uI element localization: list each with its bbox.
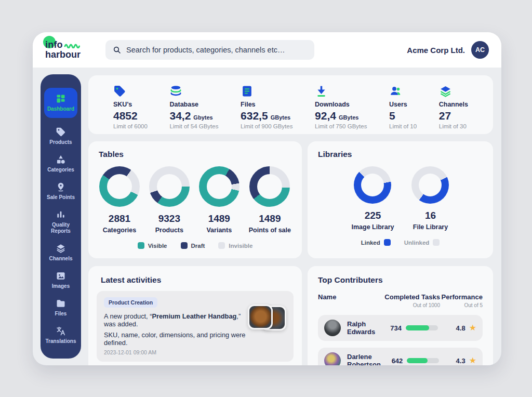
stat-limit: Limit of 750 GBytes — [315, 123, 367, 129]
legend-item-invisible: Invisible — [218, 242, 252, 249]
legend-item-draft: Draft — [181, 242, 205, 249]
activities-title: Latest activities — [97, 275, 294, 285]
sidebar-item-label: Channels — [49, 256, 72, 262]
search-icon — [113, 46, 121, 54]
file-icon — [241, 85, 254, 98]
sidebar-item-categories[interactable]: Categories — [47, 154, 74, 173]
legend-swatch — [433, 239, 440, 246]
donut-image-library: 225 Image Library — [352, 166, 394, 231]
donut-variants: 1489 Variants — [199, 166, 240, 234]
download-icon — [315, 85, 328, 98]
rating-value: 4.8 — [456, 324, 466, 332]
completed-tasks: 642 — [381, 357, 439, 365]
sidebar-item-label: Dashboard — [47, 106, 74, 112]
donut-label: Image Library — [352, 223, 394, 231]
performance: 4.3 ★ — [439, 356, 476, 365]
stat-value: 92,4 — [315, 110, 336, 122]
layers-icon — [439, 85, 452, 98]
search-input[interactable] — [126, 46, 307, 54]
stat-limit: Limit of 10 — [389, 123, 417, 129]
stat-label: Database — [169, 101, 218, 108]
tables-card: Tables 2881 Categories 9323 Products 148… — [88, 141, 302, 258]
stat-value: 5 — [389, 110, 395, 122]
tasks-progress-fill — [406, 325, 429, 330]
donut-products: 9323 Products — [149, 166, 190, 234]
stat-value: 34,2 — [169, 110, 191, 122]
logo-text-line1: info — [45, 40, 63, 50]
donut-categories: 2881 Categories — [99, 166, 140, 234]
users-icon — [389, 85, 402, 98]
sidebar-item-translations[interactable]: Translations — [46, 326, 76, 345]
usage-stats-card: SKU's 4852 Limit of 6000 Database 34,2 G… — [88, 75, 493, 134]
tag-icon — [113, 85, 126, 98]
stat-label: Channels — [439, 101, 468, 108]
donut-label: Variants — [206, 227, 232, 234]
contributor-row[interactable]: Darlene Robertson 642 4.3 ★ — [318, 348, 483, 365]
app-logo: info harbour — [45, 40, 99, 60]
contributor-row[interactable]: Ralph Edwards 734 4.8 ★ — [318, 315, 483, 341]
sidebar-item-files[interactable]: Files — [55, 298, 67, 317]
donut-file-library: 16 File Library — [411, 166, 449, 231]
sidebar-item-quality-reports[interactable]: Quality Reports — [45, 209, 77, 234]
sidebar-item-dashboard[interactable]: Dashboard — [44, 88, 77, 118]
tag-icon — [56, 127, 66, 137]
stat-label: Users — [389, 101, 417, 108]
legend-label: Draft — [191, 243, 205, 249]
user-avatar[interactable]: AC — [471, 41, 489, 59]
donut-chart — [199, 166, 240, 207]
folder-icon — [56, 298, 66, 309]
contributor-name: Ralph Edwards — [347, 320, 378, 336]
search-bar[interactable] — [105, 40, 314, 60]
stat-value: 632,5 — [241, 110, 268, 122]
activity-badge: Product Creation — [104, 297, 157, 308]
account-area[interactable]: Acme Corp Ltd. AC — [407, 41, 489, 59]
stat-files: Files 632,5 GBytes Limit of 900 GBytes — [241, 85, 292, 134]
stat-limit: Limit of 6000 — [113, 123, 148, 129]
donut-chart — [249, 166, 290, 207]
sidebar-item-images[interactable]: Images — [52, 271, 70, 289]
tasks-progress-fill — [407, 358, 428, 363]
performance: 4.8 ★ — [438, 324, 476, 332]
donut-chart — [149, 166, 190, 207]
stat-downloads: Downloads 92,4 GBytes Limit of 750 GByte… — [315, 85, 367, 134]
donut-value: 2881 — [109, 213, 130, 224]
stat-label: Files — [241, 101, 292, 108]
stat-limit: Limit of 900 GBytes — [241, 123, 292, 129]
donut-value: 9323 — [158, 213, 180, 224]
rating-value: 4.3 — [456, 357, 466, 365]
donut-label: Products — [155, 227, 183, 234]
activity-text-line2: SKU, name, color, dimensions, and pricin… — [104, 331, 249, 347]
activity-item-product-creation[interactable]: Product Creation A new product, “Premium… — [97, 291, 294, 362]
sidebar-item-label: Categories — [47, 167, 74, 173]
stat-channels: Channels 27 Limit of 30 — [439, 85, 468, 134]
legend-swatch — [384, 239, 391, 246]
libraries-card: Libraries 225 Image Library 16 File Libr… — [308, 141, 493, 258]
star-icon: ★ — [469, 356, 476, 365]
stat-users: Users 5 Limit of 10 — [389, 85, 417, 134]
donut-label: Points of sale — [249, 227, 291, 234]
layers-icon — [56, 243, 66, 254]
column-header-name: Name — [318, 293, 377, 308]
sidebar-item-channels[interactable]: Channels — [49, 243, 72, 262]
app-window: info harbour Acme Corp Ltd. AC — [33, 32, 501, 365]
legend-item-unlinked: Unlinked — [404, 239, 440, 246]
sidebar-item-label: Sale Points — [47, 194, 75, 201]
latest-activities-card: Latest activities Product Creation A new… — [88, 266, 302, 365]
database-icon — [169, 85, 182, 98]
sidebar-item-products[interactable]: Products — [49, 127, 72, 145]
sidebar-item-sale-points[interactable]: Sale Points — [47, 182, 75, 201]
donut-chart — [99, 166, 140, 207]
tasks-count: 734 — [390, 324, 402, 332]
column-header-performance: Performance Out of 5 — [440, 293, 483, 308]
sidebar-item-label: Quality Reports — [45, 222, 77, 234]
company-name: Acme Corp Ltd. — [407, 46, 465, 55]
legend-label: Linked — [361, 240, 380, 246]
libraries-title: Libraries — [318, 150, 483, 159]
donut-value: 1489 — [259, 213, 281, 224]
avatar — [324, 320, 341, 336]
map-pin-icon — [56, 182, 66, 192]
sidebar-nav: Dashboard Products Categories Sale — [41, 74, 81, 359]
stat-label: SKU's — [113, 101, 148, 108]
activity-thumbnails — [238, 305, 286, 332]
stat-skus: SKU's 4852 Limit of 6000 — [113, 85, 148, 134]
